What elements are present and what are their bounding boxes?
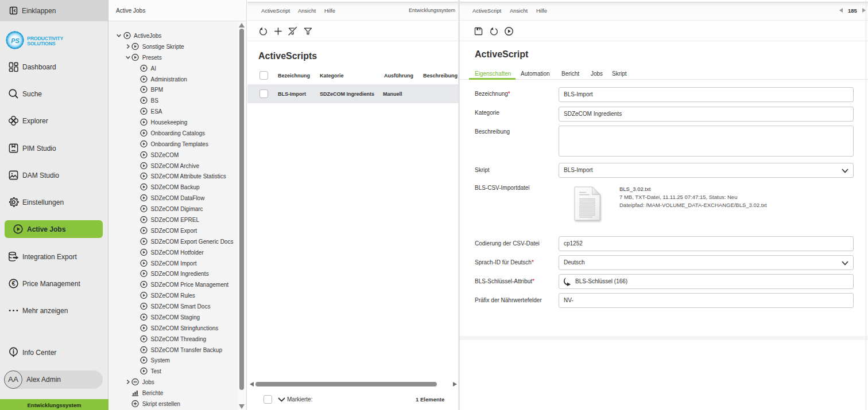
svg-text:SOLUTIONS: SOLUTIONS <box>27 41 56 46</box>
svg-text:PS: PS <box>11 37 20 44</box>
svg-text:€: € <box>11 280 15 287</box>
